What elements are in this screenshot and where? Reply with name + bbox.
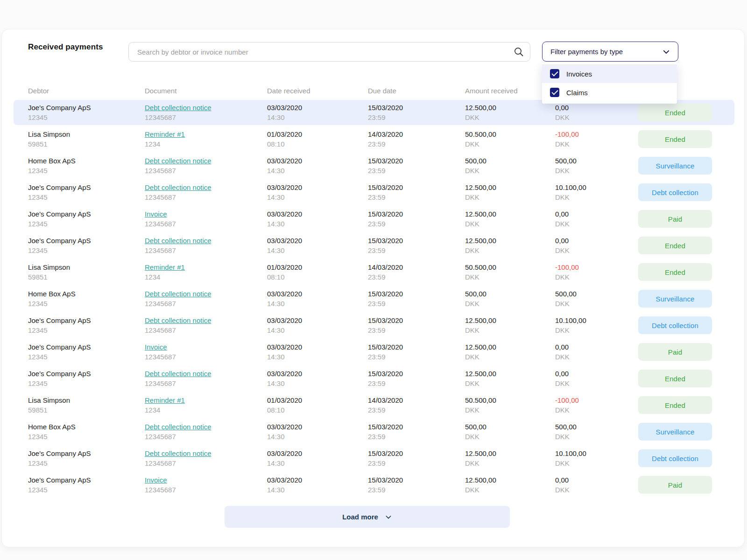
amount-outstanding-currency: DKK [555, 140, 638, 148]
debtor-name: Joe's Company ApS [28, 449, 145, 458]
table-row[interactable]: Lisa Simpson 59851 Reminder #1 1234 01/0… [14, 126, 734, 152]
document-link[interactable]: Reminder #1 [145, 130, 185, 139]
table-row[interactable]: Joe's Company ApS 12345 Debt collection … [14, 100, 734, 125]
debtor-name: Lisa Simpson [28, 263, 145, 272]
amount-received-currency: DKK [465, 193, 555, 202]
date-received-cell: 01/03/2020 08:10 [267, 396, 368, 414]
table-row[interactable]: Joe's Company ApS 12345 Invoice 12345687… [14, 206, 734, 231]
debtor-id: 12345 [28, 352, 145, 361]
document-cell: Reminder #1 1234 [145, 263, 267, 281]
debtor-name: Joe's Company ApS [28, 476, 145, 484]
due-date: 15/03/2020 [368, 210, 465, 218]
due-time: 23:59 [368, 140, 465, 148]
date-received-cell: 03/03/2020 14:30 [267, 422, 368, 441]
filter-dropdown-button[interactable]: Filter payments by type [542, 42, 678, 62]
debtor-name: Lisa Simpson [28, 130, 145, 139]
amount-received-value: 500,00 [465, 422, 555, 431]
document-link[interactable]: Debt collection notice [145, 316, 211, 325]
document-link[interactable]: Invoice [145, 210, 167, 218]
table-row[interactable]: Home Box ApS 12345 Debt collection notic… [14, 153, 734, 178]
amount-outstanding-currency: DKK [555, 432, 638, 441]
document-link[interactable]: Debt collection notice [145, 289, 211, 298]
document-link[interactable]: Reminder #1 [145, 396, 185, 405]
table-row[interactable]: Home Box ApS 12345 Debt collection notic… [14, 286, 734, 311]
checkbox-icon[interactable] [550, 69, 559, 78]
document-link[interactable]: Reminder #1 [145, 263, 185, 272]
debtor-id: 12345 [28, 299, 145, 308]
date-received: 03/03/2020 [267, 316, 368, 325]
document-number: 12345687 [145, 459, 267, 468]
time-received: 14:30 [267, 432, 368, 441]
table-row[interactable]: Joe's Company ApS 12345 Invoice 12345687… [14, 472, 734, 497]
document-number: 1234 [145, 273, 267, 281]
document-cell: Debt collection notice 12345687 [145, 289, 267, 308]
debtor-name: Joe's Company ApS [28, 183, 145, 192]
table-row[interactable]: Lisa Simpson 59851 Reminder #1 1234 01/0… [14, 392, 734, 418]
due-time: 23:59 [368, 406, 465, 414]
document-link[interactable]: Debt collection notice [145, 422, 211, 431]
due-date: 15/03/2020 [368, 316, 465, 325]
due-date: 15/03/2020 [368, 289, 465, 298]
document-number: 1234 [145, 406, 267, 414]
status-badge: Ended [638, 104, 712, 121]
document-link[interactable]: Debt collection notice [145, 183, 211, 192]
amount-outstanding-currency: DKK [555, 193, 638, 202]
status-cell: Ended [638, 237, 734, 254]
amount-outstanding-cell: -100,00 DKK [555, 263, 638, 281]
search-input[interactable] [128, 42, 530, 62]
due-date: 14/03/2020 [368, 396, 465, 405]
time-received: 14:30 [267, 352, 368, 361]
filter-option[interactable]: Invoices [542, 64, 677, 83]
table-row[interactable]: Joe's Company ApS 12345 Debt collection … [14, 180, 734, 205]
time-received: 14:30 [267, 459, 368, 468]
date-received: 03/03/2020 [267, 422, 368, 431]
document-link[interactable]: Debt collection notice [145, 103, 211, 112]
table-row[interactable]: Joe's Company ApS 12345 Debt collection … [14, 446, 734, 471]
table-row[interactable]: Joe's Company ApS 12345 Debt collection … [14, 366, 734, 391]
amount-outstanding-currency: DKK [555, 246, 638, 255]
time-received: 14:30 [267, 219, 368, 228]
due-date-cell: 15/03/2020 23:59 [368, 210, 465, 228]
amount-received-cell: 500,00 DKK [465, 289, 555, 308]
due-time: 23:59 [368, 273, 465, 281]
amount-outstanding-cell: 500,00 DKK [555, 289, 638, 308]
amount-received-cell: 50.500,00 DKK [465, 130, 555, 148]
document-link[interactable]: Debt collection notice [145, 236, 211, 245]
document-number: 12345687 [145, 193, 267, 202]
document-link[interactable]: Debt collection notice [145, 156, 211, 165]
document-link[interactable]: Invoice [145, 343, 167, 351]
due-time: 23:59 [368, 352, 465, 361]
amount-received-value: 12.500,00 [465, 236, 555, 245]
document-link[interactable]: Debt collection notice [145, 449, 211, 458]
load-more-button[interactable]: Load more [225, 506, 510, 528]
amount-received-currency: DKK [465, 140, 555, 148]
amount-outstanding-currency: DKK [555, 459, 638, 468]
filter-dropdown-label: Filter payments by type [550, 48, 623, 56]
debtor-id: 12345 [28, 485, 145, 494]
checkbox-icon[interactable] [550, 88, 559, 97]
status-badge: Surveillance [638, 157, 712, 175]
amount-received-cell: 12.500,00 DKK [465, 316, 555, 335]
due-time: 23:59 [368, 113, 465, 122]
table-row[interactable]: Home Box ApS 12345 Debt collection notic… [14, 419, 734, 444]
amount-outstanding-value: 0,00 [555, 343, 638, 351]
document-link[interactable]: Debt collection notice [145, 369, 211, 378]
amount-outstanding-value: 10.100,00 [555, 183, 638, 192]
table-row[interactable]: Lisa Simpson 59851 Reminder #1 1234 01/0… [14, 259, 734, 285]
document-cell: Debt collection notice 12345687 [145, 449, 267, 468]
due-time: 23:59 [368, 485, 465, 494]
document-number: 12345687 [145, 219, 267, 228]
filter-option[interactable]: Claims [542, 83, 677, 102]
due-date: 15/03/2020 [368, 156, 465, 165]
amount-received-cell: 12.500,00 DKK [465, 210, 555, 228]
document-link[interactable]: Invoice [145, 476, 167, 484]
table-row[interactable]: Joe's Company ApS 12345 Invoice 12345687… [14, 339, 734, 364]
filter-option-label: Invoices [566, 70, 592, 78]
debtor-id: 12345 [28, 326, 145, 335]
amount-received-currency: DKK [465, 326, 555, 335]
table-row[interactable]: Joe's Company ApS 12345 Debt collection … [14, 233, 734, 258]
amount-received-cell: 50.500,00 DKK [465, 396, 555, 414]
amount-outstanding-currency: DKK [555, 299, 638, 308]
table-row[interactable]: Joe's Company ApS 12345 Debt collection … [14, 313, 734, 338]
status-badge: Ended [638, 130, 712, 148]
